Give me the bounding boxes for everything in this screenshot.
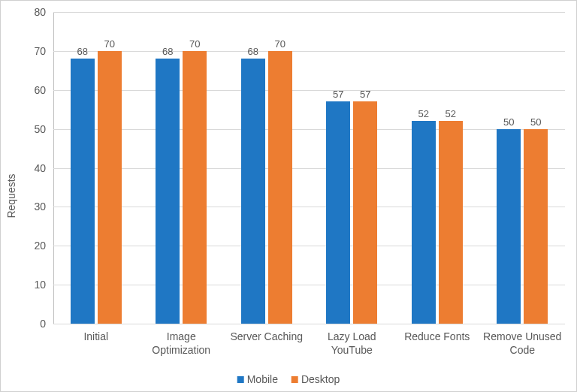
y-tick-label: 50 [34,124,53,134]
y-tick-label: 70 [34,46,53,56]
data-label: 57 [333,89,343,99]
y-tick-label: 0 [40,318,53,329]
bar-group: 6870 [53,12,139,324]
bar-desktop [98,51,122,324]
bar-wrap: 57 [326,12,350,324]
data-label: 70 [104,39,115,49]
bar-group: 5252 [394,12,480,324]
data-label: 52 [418,109,429,119]
data-label: 50 [530,117,541,127]
bar-desktop [268,51,292,324]
bar-wrap: 50 [524,12,548,324]
bar-desktop [183,51,207,324]
data-label: 68 [77,47,88,56]
data-label: 68 [162,47,173,56]
bar-wrap: 50 [497,12,521,324]
x-tick-label: Remove Unused Code [480,325,566,357]
bar-wrap: 70 [183,12,207,324]
y-tick-label: 20 [34,240,53,251]
legend-item-mobile: Mobile [237,373,278,385]
legend-swatch-desktop [292,376,298,383]
x-axis-labels: InitialImage OptimizationServer CachingL… [53,325,565,357]
bar-wrap: 70 [268,12,292,324]
bar-mobile [71,59,95,324]
bar-wrap: 57 [353,12,377,324]
x-tick-label: Reduce Fonts [394,325,480,357]
data-label: 52 [446,109,456,119]
bar-wrap: 52 [439,12,463,324]
plot-area: 01020304050607080 6870687068705757525250… [53,12,565,324]
data-label: 57 [360,89,370,99]
data-label: 70 [275,39,285,49]
legend-label-mobile: Mobile [247,373,278,385]
bar-wrap: 68 [71,12,95,324]
bar-mobile [156,59,180,324]
bar-group: 5050 [480,12,566,324]
data-label: 68 [248,47,258,56]
data-label: 50 [503,117,514,127]
bar-mobile [326,101,350,324]
data-label: 70 [189,39,200,49]
y-tick-label: 80 [34,7,53,17]
legend-item-desktop: Desktop [292,373,340,385]
y-tick-label: 30 [34,201,53,212]
chart-container: Requests 01020304050607080 6870687068705… [0,0,577,392]
legend-label-desktop: Desktop [301,373,340,385]
bar-mobile [241,59,265,324]
bar-wrap: 52 [412,12,436,324]
y-tick-label: 40 [34,163,53,173]
bar-groups: 687068706870575752525050 [53,12,565,324]
legend-swatch-mobile [237,376,244,383]
bar-wrap: 70 [98,12,122,324]
bar-mobile [497,129,521,324]
x-tick-label: Initial [53,325,139,357]
y-tick-label: 10 [34,279,53,290]
bar-desktop [524,129,548,324]
y-axis-label: Requests [5,173,17,218]
bar-mobile [412,121,436,324]
x-tick-label: Lazy Load YouTube [310,325,395,357]
bar-group: 6870 [139,12,225,324]
x-tick-label: Image Optimization [139,325,225,357]
bar-group: 5757 [310,12,395,324]
gridline [53,324,565,324]
bar-wrap: 68 [241,12,265,324]
bar-group: 6870 [224,12,310,324]
bar-wrap: 68 [156,12,180,324]
legend: Mobile Desktop [237,373,340,385]
bar-desktop [439,121,463,324]
x-tick-label: Server Caching [224,325,310,357]
bar-desktop [353,101,377,324]
y-tick-label: 60 [34,85,53,95]
